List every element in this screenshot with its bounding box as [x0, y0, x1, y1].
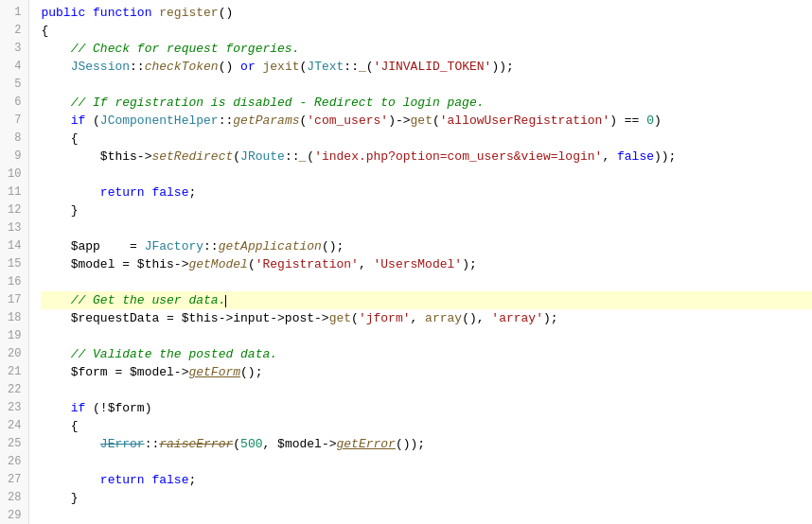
code-line: if (!$form) — [41, 399, 812, 417]
line-numbers: 1 2 3 4 5 6 7 8 9 10 11 12 13 14 15 16 1… — [0, 0, 29, 524]
code-editor[interactable]: 1 2 3 4 5 6 7 8 9 10 11 12 13 14 15 16 1… — [0, 0, 812, 524]
code-line: { — [41, 417, 812, 435]
code-area[interactable]: public function register() { // Check fo… — [29, 0, 812, 524]
code-line: JSession::checkToken() or jexit(JText::_… — [41, 58, 812, 76]
code-line: // Check for request forgeries. — [41, 40, 812, 58]
code-line: return false; — [41, 471, 812, 489]
code-line — [41, 381, 812, 399]
code-line: JError::raiseError(500, $model->getError… — [41, 435, 812, 453]
code-line — [41, 166, 812, 183]
code-line: $requestData = $this->input->post->get('… — [41, 309, 812, 327]
code-line-highlighted: // Get the user data. — [41, 291, 812, 309]
code-line — [41, 453, 812, 471]
code-line: return false; — [41, 183, 812, 201]
code-line — [41, 273, 812, 291]
code-line: if (JComponentHelper::getParams('com_use… — [41, 112, 812, 130]
code-line — [41, 219, 812, 237]
code-line: { — [41, 130, 812, 148]
code-line: } — [41, 489, 812, 507]
code-line: $form = $model->getForm(); — [41, 363, 812, 381]
code-line: $model = $this->getModel('Registration',… — [41, 255, 812, 273]
code-line — [41, 76, 812, 94]
code-line: $this->setRedirect(JRoute::_('index.php?… — [41, 148, 812, 166]
code-line: public function register() — [41, 4, 812, 22]
code-line: // Validate the posted data. — [41, 345, 812, 363]
code-line: } — [41, 201, 812, 219]
code-line: $app = JFactory::getApplication(); — [41, 237, 812, 255]
code-line — [41, 327, 812, 345]
code-line — [41, 507, 812, 524]
code-line: // If registration is disabled - Redirec… — [41, 94, 812, 112]
code-line: { — [41, 22, 812, 40]
